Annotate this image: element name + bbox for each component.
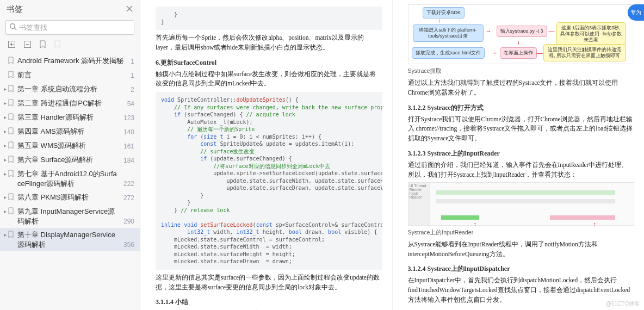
bookmark-page-number: 123	[120, 114, 134, 122]
heading-6: 6.更新SurfaceControl	[156, 58, 382, 67]
paragraph: 从Systrace能够看到在InputReader线程中，调用了notifyMo…	[408, 240, 635, 259]
bookmark-page-number: 184	[120, 157, 134, 165]
search-container	[0, 18, 140, 39]
bookmark-label: Android Framework 源码开发揭秘	[17, 56, 127, 66]
chevron-right-icon: ▸	[2, 113, 8, 120]
tool-square-minus-icon[interactable]	[23, 40, 32, 48]
heading-3124: 3.1.2.4 Systrace上的InputDispatcher	[408, 264, 635, 274]
sidebar-header: 书签	[0, 0, 140, 18]
chevron-right-icon	[2, 70, 8, 72]
bookmark-item[interactable]: 前言1	[0, 68, 140, 82]
bookmark-icon	[8, 155, 15, 165]
chevron-right-icon: ▸	[2, 84, 8, 92]
bookmark-item[interactable]: ▸第五章 WMS源码解析161	[0, 139, 140, 153]
bookmark-item[interactable]: Android Framework 源码开发揭秘1	[0, 54, 140, 68]
bookmark-page-number: 161	[120, 142, 134, 151]
flow-node: 终端进入sdk下的 platform-tools/systrace目录	[413, 24, 484, 42]
bookmark-page-number: 1	[127, 72, 134, 80]
bookmark-item[interactable]: ▸第二章 跨进程通信IPC解析54	[0, 96, 140, 110]
flow-node: 抓取完成，生成trace.html文件	[412, 47, 485, 59]
sidebar-title: 书签	[7, 4, 23, 15]
page-right: 下载好安卓SDK 终端进入sdk下的 platform-tools/systra…	[392, 0, 645, 310]
bookmark-icon	[8, 56, 15, 66]
bookmark-icon	[8, 193, 15, 202]
bookmark-item[interactable]: ▸第三章 Handler源码解析123	[0, 110, 140, 125]
chevron-right-icon: ▸	[2, 230, 8, 238]
bookmark-icon	[8, 98, 15, 108]
chevron-right-icon	[2, 56, 8, 58]
chevron-right-icon: ▸	[2, 207, 8, 214]
bookmark-page-number: 222	[120, 180, 134, 188]
flowchart-image: 下载好安卓SDK 终端进入sdk下的 platform-tools/systra…	[408, 4, 635, 64]
bookmark-item[interactable]: ▸第八章 PKMS源码解析272	[0, 190, 140, 204]
bookmark-label: 第八章 PKMS源码解析	[17, 193, 120, 202]
paragraph: 打开Systrace我们可以使用Chrome浏览器，打开Chrome浏览器，然后…	[408, 115, 635, 144]
svg-line-1	[15, 28, 17, 30]
bookmark-label: 第五章 WMS源码解析	[17, 141, 120, 151]
search-wrap[interactable]	[5, 20, 134, 35]
flow-node: 下载好安卓SDK	[423, 7, 465, 18]
bookmark-label: 前言	[17, 70, 127, 80]
bookmarks-sidebar: 书签 Android Framework 源码开发揭秘1前言1▸第一章 系统启动…	[0, 0, 140, 310]
tool-bookmark2-icon[interactable]	[54, 40, 61, 48]
systrace-image: UI ThreadRenderInputReader ↑ ↑	[408, 182, 635, 226]
bookmark-item[interactable]: ▸第七章 基于Android12.0的SurfaceFlinger源码解析222	[0, 167, 140, 190]
floating-badge[interactable]: 专为	[628, 4, 644, 21]
bookmark-label: 第九章 InputManagerService源码解析	[17, 207, 120, 226]
bookmark-label: 第二章 跨进程通信IPC解析	[17, 98, 124, 108]
search-icon	[9, 23, 17, 32]
paragraph: 通过以上方法我们就得到了触摸过程的Systrace文件，接着我们就可以使用Chr…	[408, 78, 635, 98]
document-view: } } 首先遍历每一个Sprite，然后会依次修改alpha、position、…	[140, 0, 644, 310]
bookmark-page-number: 356	[120, 241, 134, 249]
bookmark-icon	[8, 70, 15, 80]
chevron-right-icon: ▸	[2, 127, 8, 134]
chevron-right-icon: ▸	[2, 193, 8, 200]
bookmark-list: Android Framework 源码开发揭秘1前言1▸第一章 系统启动流程分…	[0, 53, 140, 310]
search-input[interactable]	[17, 22, 131, 33]
bookmark-icon	[8, 230, 15, 240]
flow-node: 输入systrace.py -t 3	[497, 26, 547, 37]
bookmark-label: 第三章 Handler源码解析	[17, 113, 120, 122]
bookmark-page-number: 140	[120, 128, 134, 137]
tool-square-plus-icon[interactable]	[8, 40, 16, 48]
bookmark-page-number: 1	[127, 58, 134, 66]
paragraph: 通过前面的介绍，我们已经知道，输入事件首先会在InputReader中进行处理。…	[408, 160, 635, 180]
bookmark-icon	[8, 207, 15, 216]
bookmark-icon	[8, 169, 15, 179]
code-snippet-main: void SpriteController::doUpdateSprites()…	[156, 92, 382, 270]
bookmark-item[interactable]: ▸第六章 Surface源码解析184	[0, 153, 140, 167]
paragraph: 触摸小白点绘制过程中如果surface发生改变，则会做相应的处理，主要就是将改变…	[156, 70, 382, 89]
chevron-right-icon: ▸	[2, 155, 8, 163]
bookmark-label: 第七章 基于Android12.0的SurfaceFlinger源码解析	[17, 169, 120, 188]
close-icon[interactable]	[126, 5, 133, 15]
heading-3122: 3.1.2.2 Systrace的打开方式	[408, 103, 635, 113]
paragraph: 在InputDispatcher中，首先我们会执行到dispatchMotion…	[408, 276, 635, 305]
figure-caption: Systrace上的InputReader	[408, 229, 635, 237]
flow-note: 这里我们只关注触摸事件的传递流程, 所以只需要在界面上触摸即可	[543, 44, 626, 61]
bookmark-icon	[8, 127, 15, 137]
bookmark-label: 第四章 AMS源码解析	[17, 127, 120, 137]
bookmark-label: 第一章 系统启动流程分析	[17, 84, 127, 94]
bookmark-item[interactable]: ▸第四章 AMS源码解析140	[0, 125, 140, 139]
bookmark-label: 第六章 Surface源码解析	[17, 155, 120, 165]
chevron-right-icon: ▸	[2, 98, 8, 106]
sidebar-tools	[0, 39, 140, 53]
bookmark-page-number: 54	[124, 100, 134, 108]
figure-caption: Systrace抓取	[408, 67, 635, 75]
bookmark-item[interactable]: ▸第九章 InputManagerService源码解析290	[0, 204, 140, 228]
svg-point-0	[10, 24, 15, 29]
bookmark-item[interactable]: ▸第一章 系统启动流程分析2	[0, 82, 140, 96]
paragraph: 首先遍历每一个Sprite，然后会依次修改alpha、position、matr…	[156, 33, 382, 53]
paragraph: 这里更新的信息其实是surface的一些参数，因为上面绘制过程会改变update…	[156, 273, 382, 293]
heading-3123: 3.1.2.3 Systrace上的InputReader	[408, 149, 635, 158]
bookmark-page-number: 2	[127, 86, 134, 94]
bookmark-label: 第十章 DisplayManagerService源码解析	[17, 230, 120, 249]
chevron-right-icon: ▸	[2, 169, 8, 177]
heading-3114: 3.1.1.4 小结	[156, 297, 382, 307]
watermark: @51CTO博客	[606, 300, 640, 308]
bookmark-icon	[8, 113, 15, 122]
page-left: } } 首先遍历每一个Sprite，然后会依次修改alpha、position、…	[140, 0, 392, 310]
tool-bookmark-icon[interactable]	[39, 40, 46, 48]
chevron-right-icon: ▸	[2, 141, 8, 148]
bookmark-item[interactable]: ▸第十章 DisplayManagerService源码解析356	[0, 228, 140, 251]
